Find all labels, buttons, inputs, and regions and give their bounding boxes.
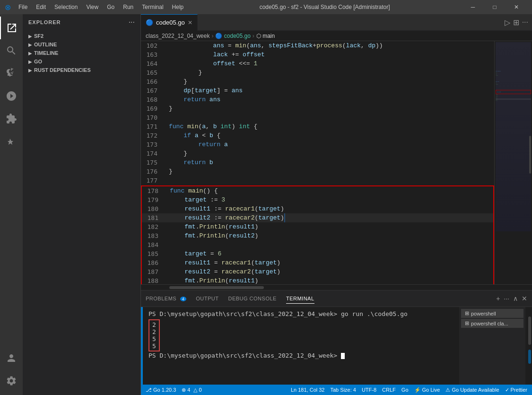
ps-tab-2[interactable]: ⊞ powershell cla... xyxy=(461,319,523,328)
more-actions-button[interactable]: ··· xyxy=(522,18,528,26)
menu-file[interactable]: File xyxy=(15,0,31,14)
tab-terminal[interactable]: TERMINAL xyxy=(286,294,314,304)
line-187: 187 result2 = racecar2(target) xyxy=(142,267,493,276)
activity-search[interactable] xyxy=(0,39,23,62)
panel-tabs: PROBLEMS 4 OUTPUT DEBUG CONSOLE TERMINAL… xyxy=(141,290,532,307)
rust-arrow: ▶ xyxy=(28,68,32,73)
window-title: code05.go - sf2 - Visual Studio Code [Ad… xyxy=(187,4,462,10)
prettier-text: Prettier xyxy=(511,387,527,393)
account-icon[interactable] xyxy=(0,347,23,369)
sidebar-more-icon[interactable]: ··· xyxy=(129,18,135,26)
status-encoding[interactable]: UTF-8 xyxy=(362,387,376,393)
status-eol[interactable]: CRLF xyxy=(382,387,396,393)
status-prettier[interactable]: ✓ Prettier xyxy=(505,387,527,393)
line-183: 183 fmt.Println(result2) xyxy=(142,231,493,240)
line-164: 164 offset <<= 1 xyxy=(141,59,494,68)
tab-code05[interactable]: 🔵 code05.go ✕ xyxy=(141,14,198,31)
tab-actions: ▷ ⊞ ··· xyxy=(505,18,532,27)
run-button[interactable]: ▷ xyxy=(505,18,510,27)
code-content[interactable]: 102 ans = min(ans, stepsFitBack+process(… xyxy=(141,41,494,284)
breadcrumb-sep2: › xyxy=(253,33,254,39)
status-problems[interactable]: ⊗ 4 △ 0 xyxy=(182,387,201,393)
status-live[interactable]: ⚡ Go Live xyxy=(414,387,440,393)
rust-label: RUST DEPENDENCIES xyxy=(34,67,91,73)
settings-icon[interactable] xyxy=(0,369,23,392)
activity-extensions[interactable] xyxy=(0,107,23,130)
line-165: 165 } xyxy=(141,68,494,77)
breadcrumb-folder[interactable]: class_2022_12_04_week xyxy=(146,33,209,39)
indent-text: Tab Size: 4 xyxy=(331,387,356,393)
tab-problems[interactable]: PROBLEMS 4 xyxy=(146,294,186,303)
go-label: GO xyxy=(34,59,42,64)
status-indent[interactable]: Tab Size: 4 xyxy=(331,387,356,393)
menu-go[interactable]: Go xyxy=(103,0,118,14)
terminal-output-area: 2 2 5 5 xyxy=(148,318,454,351)
line-173: 173 return a xyxy=(141,140,494,149)
maximize-button[interactable]: □ xyxy=(484,0,506,14)
close-button[interactable]: ✕ xyxy=(506,0,527,14)
menu-help[interactable]: Help xyxy=(168,0,188,14)
output-5b: 5 xyxy=(152,342,156,350)
menu-view[interactable]: View xyxy=(82,0,102,14)
output-2a: 2 xyxy=(152,321,156,328)
line-179: 179 target := 3 xyxy=(142,195,493,204)
sidebar-item-rust[interactable]: ▶ RUST DEPENDENCIES xyxy=(23,66,140,74)
eol-text: CRLF xyxy=(382,387,396,393)
activity-test[interactable] xyxy=(0,132,23,155)
sidebar-item-outline[interactable]: ▶ OUTLINE xyxy=(23,40,140,49)
status-go-version[interactable]: ⎇ Go 1.20.3 xyxy=(146,387,176,393)
minimap: func racecar for i ans return func min i… xyxy=(494,41,532,284)
menu-terminal[interactable]: Terminal xyxy=(138,0,167,14)
activity-source-control[interactable] xyxy=(0,62,23,85)
ps-label-2: powershell cla... xyxy=(471,321,508,326)
editor-with-minimap: 102 ans = min(ans, stepsFitBack+process(… xyxy=(141,41,532,284)
terminal-scrollbar[interactable] xyxy=(525,307,532,385)
status-language[interactable]: Go xyxy=(401,387,409,393)
breadcrumb-symbol[interactable]: ⬡ main xyxy=(256,33,275,39)
status-update[interactable]: ⚠ Go Update Available xyxy=(445,387,499,393)
tab-output[interactable]: OUTPUT xyxy=(196,294,218,303)
outline-label: OUTLINE xyxy=(34,42,57,47)
line-188: 188 fmt.Println(result1) xyxy=(142,276,493,284)
titlebar-left: ⊗ File Edit Selection View Go Run Termin… xyxy=(5,0,187,14)
line-102: 102 ans = min(ans, stepsFitBack+process(… xyxy=(141,41,494,50)
panel-collapse-icon[interactable]: ∧ xyxy=(513,295,518,302)
menu-run[interactable]: Run xyxy=(119,0,137,14)
panel: PROBLEMS 4 OUTPUT DEBUG CONSOLE TERMINAL… xyxy=(141,290,532,385)
breadcrumb-file[interactable]: 🔵 code05.go xyxy=(215,33,250,39)
terminal-content[interactable]: PS D:\mysetup\gopath\src\sf2\class_2022_… xyxy=(144,307,459,385)
status-cursor[interactable]: Ln 181, Col 32 xyxy=(291,387,325,393)
line-167: 167 dp[target] = ans xyxy=(141,86,494,95)
warning-icon: △ xyxy=(193,387,197,393)
minimap-content: func racecar for i ans return func min i… xyxy=(495,41,532,232)
line-171: 171 func min(a, b int) int { xyxy=(141,122,494,131)
tab-label: code05.go xyxy=(156,19,185,26)
window-controls: ─ □ ✕ xyxy=(462,0,527,14)
new-terminal-icon[interactable]: + xyxy=(496,295,500,302)
panel-close-icon[interactable]: ✕ xyxy=(522,295,527,302)
sf2-label: SF2 xyxy=(34,33,44,39)
line-166: 166 } xyxy=(141,77,494,86)
sidebar-item-sf2[interactable]: ▶ SF2 xyxy=(23,32,140,40)
line-185: 185 target = 6 xyxy=(142,249,493,258)
activity-debug[interactable] xyxy=(0,85,23,107)
split-editor-button[interactable]: ⊞ xyxy=(513,18,519,27)
main-area: Explorer ··· ▶ SF2 ▶ OUTLINE ▶ TIMELINE … xyxy=(0,14,532,395)
prettier-icon: ✓ xyxy=(505,387,509,393)
menu-edit[interactable]: Edit xyxy=(32,0,50,14)
ps-tab-1[interactable]: ⊞ powershell xyxy=(461,309,523,318)
activity-explorer[interactable] xyxy=(0,17,23,39)
minimize-button[interactable]: ─ xyxy=(462,0,484,14)
update-text: Go Update Available xyxy=(452,387,499,393)
menu-selection[interactable]: Selection xyxy=(51,0,81,14)
horizontal-scrollbar[interactable] xyxy=(141,284,532,290)
panel-inner: PS D:\mysetup\gopath\src\sf2\class_2022_… xyxy=(141,307,532,385)
warning-count: 0 xyxy=(199,387,201,393)
sidebar-item-go[interactable]: ▶ GO xyxy=(23,57,140,66)
error-icon: ⊗ xyxy=(182,387,186,393)
tab-debug-console[interactable]: DEBUG CONSOLE xyxy=(228,294,276,303)
tab-close-icon[interactable]: ✕ xyxy=(188,19,192,26)
panel-more-icon[interactable]: ··· xyxy=(504,295,509,302)
sidebar-title: Explorer xyxy=(28,19,129,25)
sidebar-item-timeline[interactable]: ▶ TIMELINE xyxy=(23,49,140,57)
